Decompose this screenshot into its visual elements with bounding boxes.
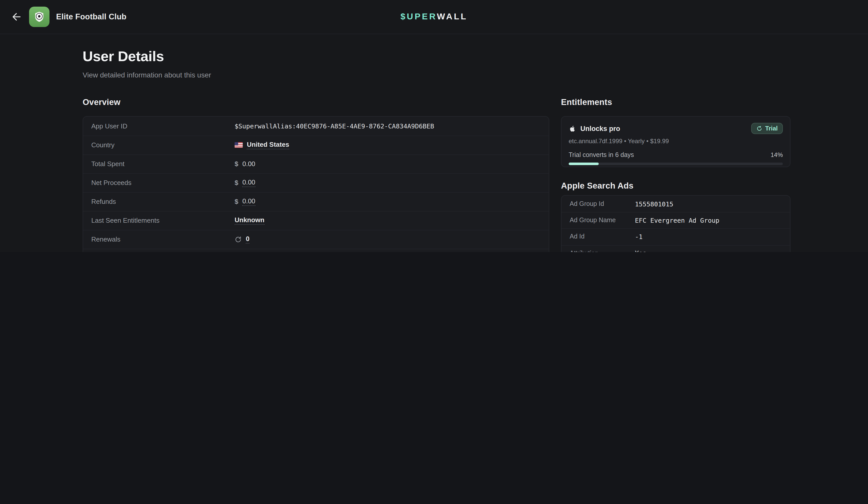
dollar-icon: $: [235, 179, 238, 187]
us-flag-icon: [235, 142, 243, 148]
app-icon: [29, 7, 50, 27]
trial-percent: 14%: [771, 151, 783, 158]
entitlements-heading: Entitlements: [561, 97, 612, 107]
overview-row-net-proceeds: Net Proceeds $0.00: [83, 173, 549, 192]
apple-search-ads-card: Ad Group Id1555801015 Ad Group NameEFC E…: [561, 195, 790, 252]
trial-converts-text: Trial converts in 6 days: [569, 151, 634, 158]
app-name: Elite Football Club: [56, 12, 126, 21]
trial-badge: Trial: [752, 123, 783, 134]
entitlement-detail: etc.annual.7df.1999 • Yearly • $19.99: [569, 138, 783, 145]
asa-row: Ad Id-1: [561, 229, 790, 245]
back-arrow-icon: [11, 11, 22, 22]
renewals-value[interactable]: 0: [246, 235, 249, 244]
superwall-logo: $UPERWALL: [400, 12, 467, 22]
asa-row: AttributionYes: [561, 245, 790, 252]
entitlement-name: Unlocks pro: [580, 125, 620, 132]
back-button[interactable]: [10, 10, 23, 23]
asa-row: Ad Group NameEFC Evergreen Ad Group: [561, 212, 790, 228]
country-value[interactable]: United States: [247, 141, 289, 149]
overview-row-total-spent: Total Spent $0.00: [83, 155, 549, 173]
overview-row-refunds: Refunds $0.00: [83, 192, 549, 211]
overview-row-last-seen-entitlements: Last Seen Entitlements Unknown: [83, 211, 549, 230]
page-title: User Details: [83, 49, 164, 65]
app-user-id-value: $SuperwallAlias:40EC9876-A85E-4AE9-8762-…: [235, 122, 434, 130]
apple-icon: [569, 125, 576, 132]
overview-row-country: Country United States: [83, 136, 549, 155]
entitlement-card: Unlocks pro Trial etc.annual.7df.1999 • …: [561, 116, 790, 167]
last-seen-entitlements-value[interactable]: Unknown: [235, 216, 265, 225]
user-details-page: Elite Football Club $UPERWALL User Detai…: [0, 0, 868, 252]
overview-card: App User ID $SuperwallAlias:40EC9876-A85…: [83, 116, 549, 252]
dollar-icon: $: [235, 198, 238, 206]
timer-icon: [756, 125, 763, 132]
asa-row: Ad Group Id1555801015: [561, 196, 790, 212]
trial-progress-fill: [569, 162, 599, 165]
overview-row-renewals: Renewals 0: [83, 230, 549, 249]
renewals-refresh-icon: [235, 236, 242, 243]
top-bar: Elite Football Club $UPERWALL: [0, 0, 868, 34]
refunds-value[interactable]: 0.00: [242, 197, 255, 206]
dollar-icon: $: [235, 160, 238, 168]
overview-row-app-user-id: App User ID $SuperwallAlias:40EC9876-A85…: [83, 117, 549, 136]
total-spent-value: 0.00: [242, 160, 255, 168]
trial-progress-bar: [569, 162, 783, 165]
soccer-crest-icon: [33, 11, 45, 23]
overview-heading: Overview: [83, 97, 120, 107]
apple-search-ads-heading: Apple Search Ads: [561, 181, 633, 191]
overview-row-sdk-version: SDK Version 3.12.5: [83, 249, 549, 252]
net-proceeds-value[interactable]: 0.00: [242, 178, 255, 187]
page-subtitle: View detailed information about this use…: [83, 71, 211, 79]
